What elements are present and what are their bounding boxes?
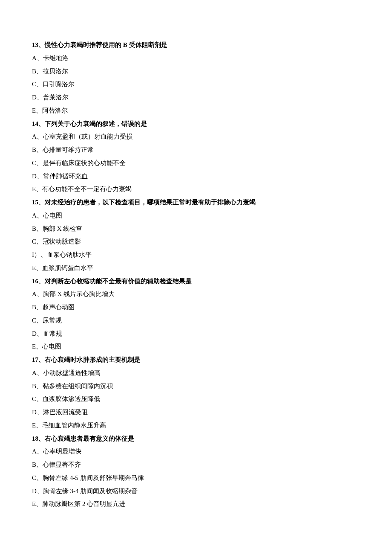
option-d: D、胸骨左缘 3-4 肋间闻及收缩期杂音: [32, 485, 360, 498]
option-a: A、心率明显增快: [32, 445, 360, 458]
option-b: B、胸部 X 线检查: [32, 222, 360, 235]
option-c: C、冠状动脉造影: [32, 235, 360, 248]
option-d: D、血常规: [32, 327, 360, 340]
option-e: E、有心功能不全不一定有心力衰竭: [32, 183, 360, 196]
option-c: C、是伴有临床症状的心功能不全: [32, 157, 360, 170]
question-18: 18、右心衰竭患者最有意义的体征是 A、心率明显增快 B、心律显著不齐 C、胸骨…: [32, 432, 360, 511]
option-d: D、普莱洛尔: [32, 91, 360, 104]
question-title: 14、下列关于心力衰竭的叙述，错误的是: [32, 117, 360, 131]
option-e: E、肺动脉瓣区第 2 心音明显亢进: [32, 497, 360, 511]
question-14: 14、下列关于心力衰竭的叙述，错误的是 A、心室充盈和（或）射血能力受损 B、心…: [32, 117, 360, 196]
option-e: E、血浆肌钙蛋白水平: [32, 262, 360, 275]
option-d: D、常伴肺循环充血: [32, 170, 360, 183]
question-title: 13、慢性心力衰竭时推荐使用的 B 受体阻断剂是: [32, 38, 360, 52]
option-c: C、口引哚洛尔: [32, 78, 360, 91]
option-d: D、淋巴液回流受阻: [32, 406, 360, 419]
option-b: B、超声心动图: [32, 301, 360, 314]
question-title: 16、对判断左心收缩功能不全最有价值的辅助检查结果是: [32, 275, 360, 288]
question-15: 15、对未经治疗的患者，以下检查项目，哪项结果正常时最有助于排除心力衰竭 A、心…: [32, 196, 360, 275]
option-a: A、胸部 X 线片示心胸比增大: [32, 288, 360, 301]
question-16: 16、对判断左心收缩功能不全最有价值的辅助检查结果是 A、胸部 X 线片示心胸比…: [32, 275, 360, 354]
option-b: B、拉贝洛尔: [32, 65, 360, 78]
option-b: B、心排量可维持正常: [32, 143, 360, 157]
document-content: 13、慢性心力衰竭时推荐使用的 B 受体阻断剂是 A、卡维地洛 B、拉贝洛尔 C…: [32, 38, 360, 511]
option-c: C、尿常规: [32, 314, 360, 327]
option-c: C、胸骨左缘 4-5 肋间及舒张早期奔马律: [32, 471, 360, 485]
question-17: 17、右心衰竭时水肿形成的主要机制是 A、小动脉壁通透性增高 B、黏多糖在组织间…: [32, 353, 360, 432]
option-b: B、黏多糖在组织间隙内沉积: [32, 380, 360, 393]
option-e: E、心电图: [32, 340, 360, 353]
option-a: A、卡维地洛: [32, 52, 360, 65]
option-e: E、毛细血管内静水压升高: [32, 419, 360, 432]
option-b: B、心律显著不齐: [32, 458, 360, 471]
option-a: A、小动脉壁通透性增高: [32, 366, 360, 380]
option-c: C、血浆胶体渗透压降低: [32, 392, 360, 406]
option-a: A、心电图: [32, 209, 360, 222]
question-13: 13、慢性心力衰竭时推荐使用的 B 受体阻断剂是 A、卡维地洛 B、拉贝洛尔 C…: [32, 38, 360, 117]
question-title: 15、对未经治疗的患者，以下检查项目，哪项结果正常时最有助于排除心力衰竭: [32, 196, 360, 209]
option-a: A、心室充盈和（或）射血能力受损: [32, 130, 360, 143]
question-title: 17、右心衰竭时水肿形成的主要机制是: [32, 353, 360, 366]
question-title: 18、右心衰竭患者最有意义的体征是: [32, 432, 360, 445]
option-e: E、阿替洛尔: [32, 104, 360, 117]
option-d: I）、血浆心钠肽水平: [32, 248, 360, 262]
